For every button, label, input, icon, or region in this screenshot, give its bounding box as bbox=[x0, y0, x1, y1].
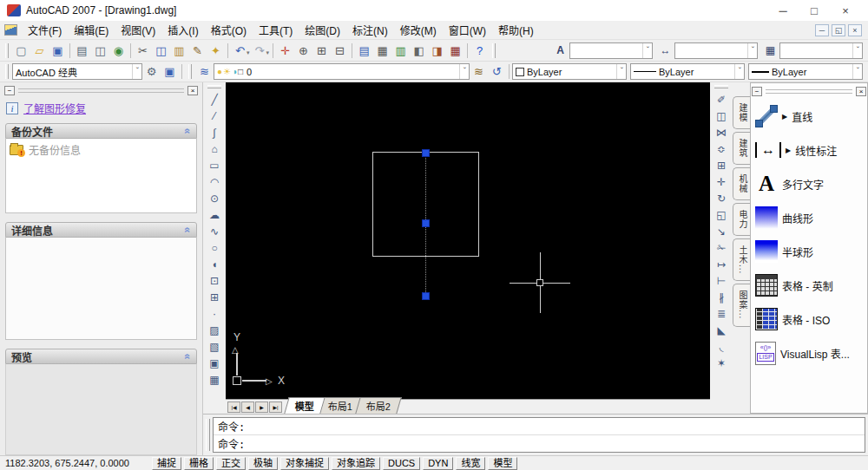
palette-tab[interactable]: 土木... bbox=[733, 238, 750, 281]
status-toggle-button[interactable]: DYN bbox=[423, 457, 453, 470]
panel-grab-bar[interactable]: − × bbox=[4, 84, 198, 96]
layer-properties-icon[interactable]: ≋ bbox=[195, 63, 214, 81]
flyout-arrow-icon[interactable]: ▶ bbox=[786, 147, 791, 154]
grip-middle[interactable] bbox=[422, 219, 430, 227]
move-icon[interactable]: ✛ bbox=[712, 173, 731, 190]
menu-item[interactable]: 工具(T) bbox=[253, 21, 299, 39]
sheet-set-manager-icon[interactable]: ◧ bbox=[410, 42, 428, 59]
combo-arrow-icon[interactable]: ˇ bbox=[642, 43, 649, 58]
layer-states-icon[interactable]: ≋ bbox=[470, 63, 488, 81]
toolbar-grip[interactable] bbox=[492, 43, 496, 58]
status-toggle-button[interactable]: 正交 bbox=[216, 457, 246, 470]
palette-item[interactable]: ▶ 直线 bbox=[755, 104, 863, 128]
menu-item[interactable]: 窗口(W) bbox=[443, 21, 492, 39]
preview-header[interactable]: 预览 « bbox=[5, 349, 197, 364]
menu-item[interactable]: 文件(F) bbox=[22, 21, 68, 39]
palette-tab[interactable]: 建筑 bbox=[733, 132, 750, 165]
menu-item[interactable]: 绘图(D) bbox=[299, 21, 346, 39]
layer-thaw-icon[interactable]: ☀ bbox=[223, 67, 231, 76]
copy-icon[interactable]: ◫ bbox=[152, 42, 170, 59]
toolbar-grip[interactable] bbox=[5, 43, 9, 58]
palette-grab-bar[interactable]: − × bbox=[752, 85, 866, 97]
lineweight-combo[interactable]: ByLayer ˇ bbox=[748, 63, 863, 80]
cut-icon[interactable]: ✂ bbox=[134, 42, 152, 59]
quickcalc-icon[interactable]: ▦ bbox=[446, 42, 464, 59]
text-style-icon[interactable]: A bbox=[551, 42, 569, 59]
palette-item[interactable]: ▶ 线性标注 bbox=[755, 138, 863, 162]
layer-lock-icon[interactable]: ◑ bbox=[232, 67, 237, 76]
array-icon[interactable]: ⊞ bbox=[712, 157, 731, 173]
palette-item[interactable]: 表格 - ISO bbox=[755, 307, 863, 331]
palette-item[interactable]: 曲线形 bbox=[755, 206, 863, 230]
dim-style-combo[interactable]: ˇ bbox=[674, 42, 758, 59]
child-minimize-button[interactable]: ─ bbox=[815, 24, 829, 36]
combo-arrow-icon[interactable]: ˇ bbox=[459, 64, 466, 79]
help-icon[interactable]: ? bbox=[470, 42, 489, 59]
line-icon[interactable]: ╱ bbox=[205, 91, 224, 108]
stretch-icon[interactable]: ↘ bbox=[712, 223, 731, 239]
backup-files-list[interactable]: ! 无备份信息 bbox=[5, 139, 197, 213]
menu-item[interactable]: 帮助(H) bbox=[492, 21, 540, 39]
combo-arrow-icon[interactable]: ˇ bbox=[616, 64, 623, 79]
command-window-grip[interactable] bbox=[206, 419, 210, 451]
palette-close-button[interactable]: × bbox=[856, 87, 866, 96]
mirror-icon[interactable]: ⋈ bbox=[712, 124, 731, 140]
break-at-point-icon[interactable]: ⊢ bbox=[712, 272, 731, 289]
chamfer-icon[interactable]: ◣ bbox=[712, 322, 731, 338]
menu-item[interactable]: 视图(V) bbox=[115, 21, 161, 39]
palette-grab-lines[interactable] bbox=[766, 89, 852, 94]
fillet-icon[interactable]: ◟ bbox=[712, 338, 731, 355]
command-input-line[interactable]: 命令: bbox=[214, 435, 865, 452]
close-button[interactable]: × bbox=[830, 1, 861, 20]
workspace-combo[interactable]: AutoCAD 经典 ˇ bbox=[12, 63, 142, 80]
rectangle-icon[interactable]: ▭ bbox=[205, 157, 224, 173]
gradient-icon[interactable]: ▧ bbox=[205, 338, 224, 355]
join-icon[interactable]: ≣ bbox=[712, 305, 731, 322]
panel-grab-lines[interactable] bbox=[18, 88, 184, 93]
break-icon[interactable]: ∦ bbox=[712, 289, 731, 305]
match-properties-icon[interactable]: ✎ bbox=[188, 42, 207, 59]
polyline-icon[interactable]: ∫ bbox=[205, 124, 224, 140]
table-icon[interactable]: ▦ bbox=[205, 371, 224, 388]
save-workspace-icon[interactable]: ▣ bbox=[161, 63, 179, 81]
backup-item[interactable]: ! 无备份信息 bbox=[10, 142, 193, 157]
make-block-icon[interactable]: ⊞ bbox=[205, 289, 224, 305]
paste-icon[interactable]: ▥ bbox=[170, 42, 188, 59]
hatch-icon[interactable]: ▨ bbox=[205, 322, 224, 338]
collapse-chevron-icon[interactable]: « bbox=[182, 128, 194, 134]
layout-tab[interactable]: 模型 bbox=[284, 397, 325, 414]
pan-icon[interactable]: ✛ bbox=[276, 42, 294, 59]
toolbar-grip[interactable] bbox=[714, 85, 728, 88]
combo-arrow-icon[interactable]: ˇ bbox=[747, 43, 754, 58]
palette-item[interactable]: A 多行文字 bbox=[755, 172, 863, 196]
status-toggle-button[interactable]: 栅格 bbox=[184, 457, 214, 470]
dim-style-icon[interactable]: ↔ bbox=[656, 42, 674, 59]
child-close-button[interactable]: × bbox=[848, 24, 862, 36]
status-toggle-button[interactable]: 极轴 bbox=[248, 457, 278, 470]
table-style-combo[interactable]: ˇ bbox=[779, 42, 863, 59]
plot-preview-icon[interactable]: ◫ bbox=[91, 42, 109, 59]
flyout-arrow-icon[interactable]: ▶ bbox=[782, 113, 787, 121]
spline-icon[interactable]: ∿ bbox=[205, 223, 224, 239]
zoom-realtime-icon[interactable]: ⊕ bbox=[294, 42, 312, 59]
ellipse-icon[interactable]: ○ bbox=[205, 239, 224, 256]
insert-block-icon[interactable]: ⊡ bbox=[205, 272, 224, 289]
drawing-canvas[interactable]: △ ▷ Y X bbox=[226, 82, 710, 399]
prev-tab-button[interactable]: ◀ bbox=[241, 401, 254, 413]
dropdown-arrow-icon[interactable]: ▾ bbox=[266, 49, 270, 56]
block-editor-icon[interactable]: ✦ bbox=[207, 42, 225, 59]
tool-palettes-icon[interactable]: ▥ bbox=[391, 42, 410, 59]
save-icon[interactable]: ▣ bbox=[49, 42, 67, 59]
trim-icon[interactable]: ✁ bbox=[712, 239, 731, 256]
palette-item[interactable]: 半球形 bbox=[755, 239, 863, 264]
menu-item[interactable]: 插入(I) bbox=[161, 21, 204, 39]
ellipse-arc-icon[interactable]: ◖ bbox=[205, 256, 224, 272]
offset-icon[interactable]: ≎ bbox=[712, 140, 731, 157]
layer-on-icon[interactable]: ● bbox=[217, 67, 222, 76]
coordinate-readout[interactable]: 1182.3203, 675.2447, 0.0000 bbox=[2, 457, 149, 468]
dropdown-arrow-icon[interactable]: ▾ bbox=[247, 49, 250, 56]
color-combo[interactable]: ByLayer ˇ bbox=[512, 63, 627, 80]
region-icon[interactable]: ▣ bbox=[205, 355, 224, 371]
open-icon[interactable]: ▱ bbox=[30, 42, 49, 59]
combo-arrow-icon[interactable]: ˇ bbox=[132, 64, 139, 79]
